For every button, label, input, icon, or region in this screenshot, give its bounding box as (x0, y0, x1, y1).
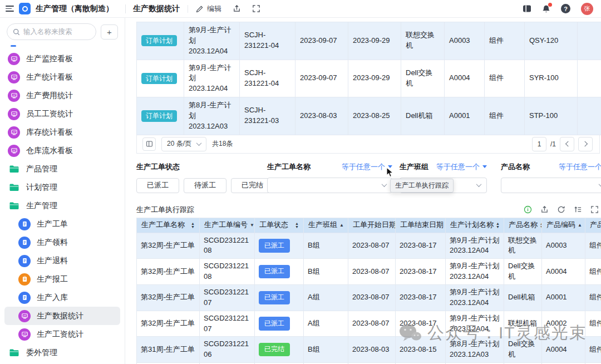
sort-desc-icon[interactable]: ▼ (250, 223, 254, 228)
main-content: 订单计划第9月-生产计划 2023.12A04SCJH-231221-04202… (125, 18, 601, 364)
filter-op-link[interactable]: 等于任意一个 (342, 162, 392, 172)
search-box[interactable] (7, 23, 96, 40)
column-header[interactable]: 工单结束日期▲▼ (396, 218, 446, 233)
table-cell: SCJH-231221-04 (240, 60, 295, 97)
table-cell: B组 (304, 337, 348, 363)
topbar-right: ? 张 (523, 3, 593, 15)
edit-button[interactable]: 编辑 (196, 4, 221, 14)
add-button[interactable]: + (101, 24, 118, 40)
current-page-box[interactable]: 1 (532, 137, 546, 151)
expand-icon[interactable] (590, 205, 599, 214)
info-icon[interactable] (524, 205, 532, 214)
table-row[interactable]: 第32周-生产工单SCGD23122107已派工A组2023-08-072023… (137, 311, 601, 337)
table-row[interactable]: 订单计划第9月-生产计划 2023.12A04SCJH-231221-04202… (137, 60, 601, 97)
table-cell: 2023-08-07 (348, 259, 396, 285)
table-row[interactable]: 第32周-生产工单SCGD23122107已派工A组2023-08-072023… (137, 284, 601, 311)
sidebar-item[interactable]: 生产数据统计 (4, 307, 120, 325)
column-header[interactable]: 生产工单编号▼ (200, 218, 255, 233)
status-filter-button[interactable]: 待派工 (184, 178, 226, 193)
sidebar-item[interactable]: 库存统计看板 (4, 123, 120, 141)
help-icon[interactable]: ? (561, 4, 570, 13)
column-header-label: 产品类型 (590, 220, 601, 230)
sort-icon[interactable]: ▲▼ (191, 222, 195, 228)
export-icon[interactable] (540, 205, 549, 214)
panel-toggle-icon[interactable] (523, 4, 531, 13)
column-header[interactable]: 工单状态▲▼ (255, 218, 304, 233)
status-tag: 已派工 (259, 291, 290, 304)
sort-icon[interactable]: ▲▼ (295, 222, 299, 228)
table-cell: 订单计划 (137, 97, 184, 135)
filter-op-link[interactable]: 等于任意一个 (436, 162, 487, 172)
sidebar-item[interactable]: 员工工资统计 (4, 105, 120, 123)
folder-icon (8, 348, 20, 357)
sidebar-item[interactable]: 生产费用统计 (4, 86, 120, 105)
table-cell: 2023-08-17 (396, 259, 446, 285)
table-row[interactable]: 订单计划第8月-生产计划 2023.12A03SCJH-231221-03202… (137, 97, 601, 135)
table-cell: 已派工 (255, 259, 304, 285)
filter-op-link[interactable]: 等于任意一个 (559, 162, 601, 172)
table-row[interactable]: 订单计划第9月-生产计划 2023.12A04SCJH-231221-04202… (137, 22, 601, 60)
sidebar-item[interactable]: 生产领料 (4, 233, 120, 252)
share-icon[interactable] (233, 4, 241, 13)
sidebar-item[interactable]: 委外管理 (4, 343, 120, 362)
product-name-select[interactable] (501, 178, 601, 193)
sort-icon[interactable]: ▲▼ (540, 222, 542, 228)
sidebar-nav: 生产监控看板生产统计看板生产费用统计员工工资统计库存统计看板仓库流水看板产品管理… (0, 50, 125, 364)
notifications-bell-icon[interactable] (542, 4, 550, 13)
search-icon (13, 28, 20, 36)
next-page-button[interactable] (578, 137, 593, 151)
table-cell: A0002 (542, 311, 585, 337)
sidebar-item[interactable]: 生产管理 (4, 196, 120, 215)
sidebar-item[interactable]: 生产工资统计 (4, 325, 120, 343)
work-order-name-filter: 生产工单名称 等于任意一个 (267, 162, 392, 193)
sort-asc-icon[interactable]: ▲ (339, 223, 344, 228)
sidebar-item-label: 生产数据统计 (37, 311, 83, 321)
column-header[interactable]: 生产工单名称▲▼ (137, 218, 200, 233)
folder-icon (8, 165, 20, 174)
sidebar-item[interactable]: 生产退料 (4, 252, 120, 270)
sidebar-item[interactable]: 生产工单 (4, 215, 120, 233)
table-row[interactable]: 第31周-生产工单SCGD23122106已完结B组2023-08-032023… (137, 337, 601, 363)
column-header[interactable]: 生产班组▲ (304, 218, 348, 233)
table-cell: 订单计划 (137, 60, 184, 97)
status-tag: 已派工 (259, 317, 290, 330)
fullscreen-icon[interactable] (252, 4, 260, 13)
table-cell: 订单计划 (137, 22, 184, 60)
table-cell: Dell交换机 (504, 337, 542, 363)
column-header[interactable]: 产品名称▲▼ (504, 218, 542, 233)
column-header[interactable]: 生产计划名称▲▼ (446, 218, 504, 233)
status-tag: 已派工 (259, 265, 290, 278)
sidebar-item[interactable]: 计划管理 (4, 178, 120, 196)
total-count: 共18条 (212, 139, 233, 149)
sidebar-item[interactable]: 产品管理 (4, 160, 120, 178)
column-settings-icon[interactable] (142, 137, 156, 151)
table-cell: A0004 (542, 337, 585, 363)
sidebar-item[interactable]: 仓库流水看板 (4, 141, 120, 160)
search-input[interactable] (23, 28, 90, 36)
sidebar-item[interactable]: 生产统计看板 (4, 68, 120, 86)
status-filter-button[interactable]: 已派工 (136, 178, 179, 193)
sidebar-item[interactable]: 管理后台 (4, 362, 120, 364)
table-cell: Dell机箱 (401, 97, 445, 135)
column-header[interactable]: 产品类型 (585, 218, 601, 233)
avatar[interactable]: 张 (581, 3, 593, 15)
column-header[interactable]: 产品编码▲ (542, 218, 585, 233)
sort-asc-icon[interactable]: ▲ (578, 223, 582, 228)
table-cell: 2023-08-03 (295, 97, 348, 135)
table-row[interactable]: 第32周-生产工单SCGD23122108已派工B组2023-08-072023… (137, 259, 601, 285)
page-size-select[interactable]: 20 条/页 (161, 137, 206, 151)
sidebar-item[interactable]: 生产报工 (4, 270, 120, 288)
pencil-icon (196, 5, 204, 13)
table-row[interactable]: 第32周-生产工单SCGD23122108已派工B组2023-08-072023… (137, 233, 601, 259)
prev-page-button[interactable] (560, 137, 574, 151)
sidebar-item[interactable]: 生产入库 (4, 288, 120, 307)
sidebar-item[interactable]: 生产监控看板 (4, 50, 120, 68)
table-cell: 组件 (585, 311, 601, 337)
sort-icon[interactable]: ▲▼ (496, 222, 500, 228)
work-order-name-select[interactable] (267, 178, 392, 193)
column-header[interactable]: 工单开始日期▲▼ (348, 218, 396, 233)
caret-down-icon (482, 165, 487, 168)
refresh-icon[interactable] (557, 205, 565, 214)
hamburger-menu-icon[interactable] (6, 6, 14, 12)
row-height-icon[interactable] (574, 205, 582, 214)
